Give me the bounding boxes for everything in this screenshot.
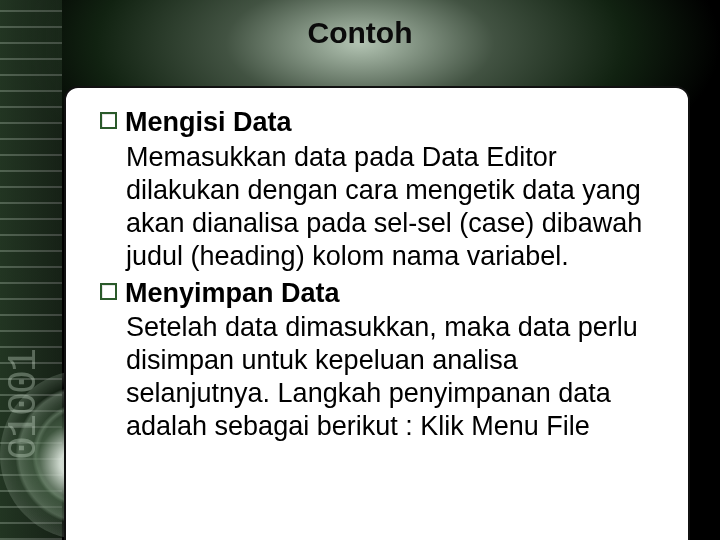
square-bullet-icon — [100, 283, 117, 300]
content-panel: Mengisi Data Memasukkan data pada Data E… — [64, 86, 690, 540]
list-item: Menyimpan Data Setelah data dimasukkan, … — [100, 277, 658, 444]
slide-title: Contoh — [0, 16, 720, 50]
item-heading: Mengisi Data — [125, 106, 292, 140]
square-bullet-icon — [100, 112, 117, 129]
item-body-text: Memasukkan data pada Data Editor dilakuk… — [126, 141, 658, 273]
item-body-text: Setelah data dimasukkan, maka data perlu… — [126, 311, 658, 443]
item-heading: Menyimpan Data — [125, 277, 340, 311]
list-item: Mengisi Data Memasukkan data pada Data E… — [100, 106, 658, 273]
